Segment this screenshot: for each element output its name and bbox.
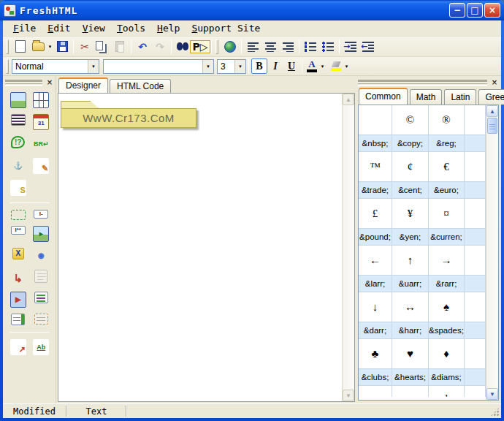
title-bar[interactable]: FreshHTML − □ × <box>0 0 504 20</box>
increase-indent-icon[interactable]: → <box>342 39 359 55</box>
scroll-down-icon[interactable]: ▼ <box>486 388 498 400</box>
entity-label-cell[interactable]: &harr; <box>392 322 429 339</box>
entity-label-cell[interactable]: &larr; <box>359 276 392 292</box>
align-center-icon[interactable] <box>261 39 279 55</box>
insert-table-icon[interactable] <box>33 92 49 108</box>
menu-support-site[interactable]: Support Site <box>186 21 266 35</box>
entity-glyph-cell[interactable]: ↔ <box>392 292 429 322</box>
entity-label-cell[interactable] <box>465 229 486 246</box>
entity-label-cell[interactable]: &diams; <box>429 369 465 386</box>
entity-glyph-cell[interactable]: ® <box>429 105 465 135</box>
entity-glyph-cell[interactable] <box>465 292 486 322</box>
insert-date-icon[interactable]: 31 <box>33 114 49 130</box>
italic-button[interactable]: I <box>267 58 283 74</box>
entity-label-cell[interactable]: &pound; <box>359 229 392 246</box>
entity-glyph-cell[interactable]: € <box>429 152 465 182</box>
entity-glyph-cell[interactable] <box>465 386 486 397</box>
insert-textarea-icon[interactable] <box>34 270 47 283</box>
entity-glyph-cell[interactable]: ♥ <box>392 339 429 369</box>
underline-button[interactable]: U <box>283 58 299 74</box>
insert-select-list-icon[interactable] <box>34 292 48 303</box>
close-icon[interactable]: × <box>45 77 54 86</box>
entity-glyph-cell[interactable]: ← <box>359 246 392 276</box>
menu-view[interactable]: View <box>77 21 111 35</box>
spell-check-icon[interactable]: Ab <box>33 339 49 355</box>
decrease-indent-icon[interactable]: ← <box>359 39 377 55</box>
chevron-down-icon[interactable]: ▼ <box>202 60 213 73</box>
tab-greek[interactable]: Greek <box>478 89 504 105</box>
entity-label-cell[interactable] <box>465 276 486 292</box>
insert-text-field-icon[interactable]: I- <box>34 210 48 219</box>
insert-hyperlink-icon[interactable] <box>221 39 239 55</box>
entity-label-cell[interactable]: &euro; <box>429 182 465 199</box>
font-color-button[interactable]: A <box>305 58 319 74</box>
bullet-list-icon[interactable] <box>319 39 337 55</box>
tab-math[interactable]: Math <box>410 89 443 105</box>
entity-glyph-cell[interactable]: ↓ <box>359 292 392 322</box>
font-name-select[interactable]: ▼ <box>103 59 214 74</box>
align-right-icon[interactable] <box>279 39 297 55</box>
document-statistics-icon[interactable]: ↗ <box>10 339 26 355</box>
entity-glyph-cell[interactable]: ↑ <box>392 246 429 276</box>
entity-glyph-cell[interactable] <box>465 339 486 369</box>
insert-anchor-icon[interactable]: ⚓ <box>10 158 26 174</box>
editor-canvas[interactable]: WwW.Cr173.CoM <box>58 94 342 401</box>
tab-designer[interactable]: Designer <box>58 77 108 93</box>
maximize-button[interactable]: □ <box>467 3 483 18</box>
entity-glyph-cell[interactable] <box>465 105 486 135</box>
insert-reset-button-icon[interactable]: X <box>12 248 24 259</box>
insert-radio-button-icon[interactable]: ◉ <box>33 248 49 264</box>
font-size-select[interactable]: 3 ▼ <box>217 59 246 74</box>
chevron-down-icon[interactable]: ▼ <box>234 60 245 73</box>
scrollbar-thumb[interactable] <box>487 118 497 134</box>
tab-latin[interactable]: Latin <box>444 89 476 105</box>
chevron-down-icon[interactable]: ▼ <box>88 60 99 73</box>
align-left-icon[interactable] <box>244 39 261 55</box>
entity-glyph-cell[interactable]: ♠ <box>429 292 465 322</box>
entity-label-cell[interactable]: &copy; <box>392 135 429 152</box>
panel-grip[interactable] <box>358 80 487 85</box>
close-icon[interactable]: × <box>490 77 499 86</box>
insert-submit-button-icon[interactable]: ↳ <box>10 270 26 286</box>
cut-icon[interactable]: ✂ <box>76 39 93 55</box>
insert-form-icon[interactable] <box>11 210 26 220</box>
edit-page-properties-icon[interactable]: ✎ <box>33 158 49 174</box>
new-document-icon[interactable] <box>12 39 29 55</box>
entity-label-cell[interactable]: &uarr; <box>392 276 429 292</box>
entity-label-cell[interactable]: &curren; <box>429 229 465 246</box>
redo-icon[interactable]: ↷ <box>151 39 169 55</box>
entity-glyph-cell[interactable]: → <box>429 246 465 276</box>
scroll-up-icon[interactable]: ▲ <box>486 105 498 117</box>
insert-fieldset-icon[interactable] <box>34 314 48 325</box>
entity-label-cell[interactable]: &nbsp; <box>359 135 392 152</box>
entity-glyph-cell[interactable] <box>465 246 486 276</box>
find-icon[interactable] <box>174 39 191 55</box>
entity-glyph-cell[interactable] <box>465 199 486 229</box>
chevron-down-icon[interactable]: ▼ <box>343 58 350 75</box>
toolbar-grip[interactable] <box>6 59 9 74</box>
open-file-icon[interactable] <box>29 39 47 55</box>
entity-glyph-cell[interactable]: ¤ <box>429 199 465 229</box>
insert-image-button-icon[interactable]: ▶ <box>10 292 26 308</box>
tab-common[interactable]: Common <box>359 88 408 105</box>
resize-grip[interactable] <box>490 407 500 417</box>
tab-html-code[interactable]: HTML Code <box>110 79 171 93</box>
entity-label-cell[interactable]: &rarr; <box>429 276 465 292</box>
entity-label-cell[interactable]: &reg; <box>429 135 465 152</box>
chevron-down-icon[interactable]: ▼ <box>47 39 53 55</box>
entity-glyph-cell[interactable]: £ <box>359 199 392 229</box>
entity-label-cell[interactable]: &cent; <box>392 182 429 199</box>
scroll-up-icon[interactable]: ▲ <box>343 94 354 105</box>
entity-glyph-cell[interactable] <box>359 105 392 135</box>
toolbar-grip[interactable] <box>6 39 9 54</box>
entity-label-cell[interactable]: &trade; <box>359 182 392 199</box>
entity-glyph-cell[interactable]: ’ <box>429 386 465 397</box>
save-file-icon[interactable] <box>53 39 71 55</box>
entity-label-cell[interactable] <box>465 182 486 199</box>
bold-button[interactable]: B <box>251 58 267 74</box>
menu-file[interactable]: File <box>7 21 42 35</box>
entity-label-cell[interactable] <box>465 322 486 339</box>
close-button[interactable]: × <box>484 3 500 18</box>
numbered-list-icon[interactable] <box>302 39 319 55</box>
insert-list-box-icon[interactable] <box>11 314 25 325</box>
